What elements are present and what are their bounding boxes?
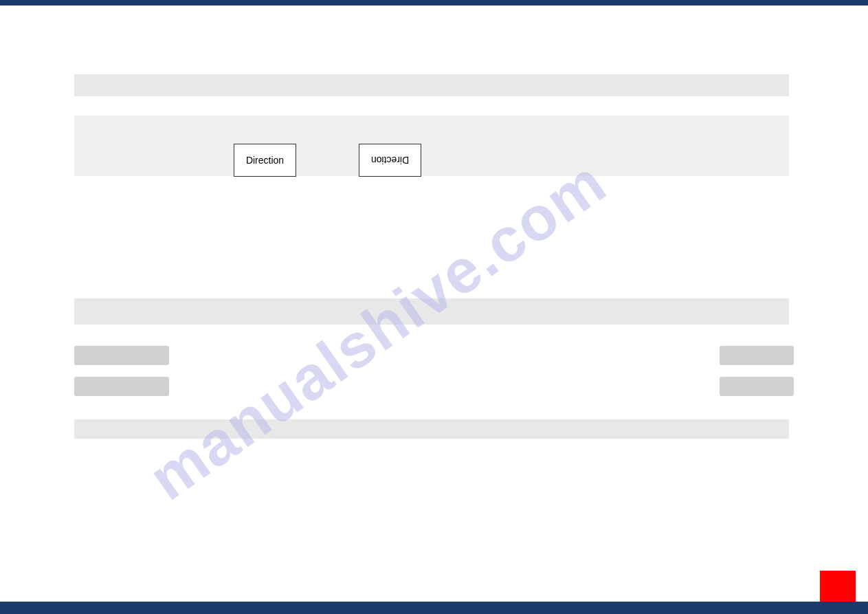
- bottom-bar: [0, 602, 868, 614]
- gray-band-3: [74, 298, 789, 325]
- watermark-text: manualshive.com: [137, 146, 619, 514]
- direction-label-1: Direction: [246, 155, 284, 166]
- direction-box-rotated[interactable]: Direction: [359, 144, 421, 177]
- left-pill-1: [74, 346, 169, 365]
- gray-band-4: [74, 419, 789, 439]
- direction-label-2: Direction: [371, 155, 409, 166]
- watermark: manualshive.com: [137, 124, 619, 536]
- direction-box-normal[interactable]: Direction: [234, 144, 296, 177]
- gray-band-1: [74, 74, 789, 96]
- right-pill-2: [720, 377, 794, 396]
- right-pill-1: [720, 346, 794, 365]
- top-bar: [0, 0, 868, 6]
- red-square: [820, 571, 856, 602]
- left-pill-2: [74, 377, 169, 396]
- gray-band-section: [74, 116, 789, 176]
